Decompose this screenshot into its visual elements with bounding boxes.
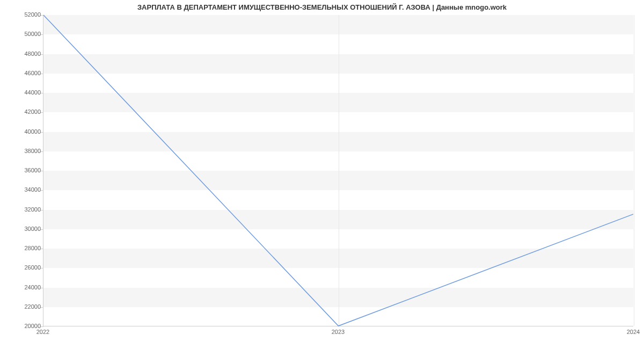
chart-title: ЗАРПЛАТА В ДЕПАРТАМЕНТ ИМУЩЕСТВЕННО-ЗЕМЕ… [0, 3, 644, 11]
chart-container: ЗАРПЛАТА В ДЕПАРТАМЕНТ ИМУЩЕСТВЕННО-ЗЕМЕ… [0, 0, 644, 349]
x-gridline [634, 15, 634, 326]
y-tick-label: 52000 [3, 11, 41, 18]
y-tick-label: 36000 [3, 167, 41, 173]
y-tick-label: 44000 [3, 89, 41, 96]
plot-area [43, 15, 633, 326]
y-tick-label: 40000 [3, 128, 41, 135]
y-tick-label: 46000 [3, 70, 41, 76]
x-tick-label: 2023 [322, 329, 354, 335]
x-tick-label: 2022 [27, 329, 59, 335]
y-tick-label: 26000 [3, 264, 41, 271]
y-tick-label: 28000 [3, 245, 41, 251]
y-tick-label: 32000 [3, 206, 41, 213]
y-tick-label: 38000 [3, 148, 41, 154]
y-tick-label: 48000 [3, 50, 41, 57]
y-tick-label: 30000 [3, 226, 41, 232]
y-tick-label: 24000 [3, 284, 41, 290]
line-series [43, 15, 633, 326]
y-tick-label: 22000 [3, 303, 41, 310]
y-tick-label: 50000 [3, 31, 41, 37]
x-tick-label: 2024 [617, 329, 644, 335]
y-tick-label: 42000 [3, 108, 41, 115]
y-tick-label: 34000 [3, 186, 41, 193]
series-line [43, 15, 633, 326]
